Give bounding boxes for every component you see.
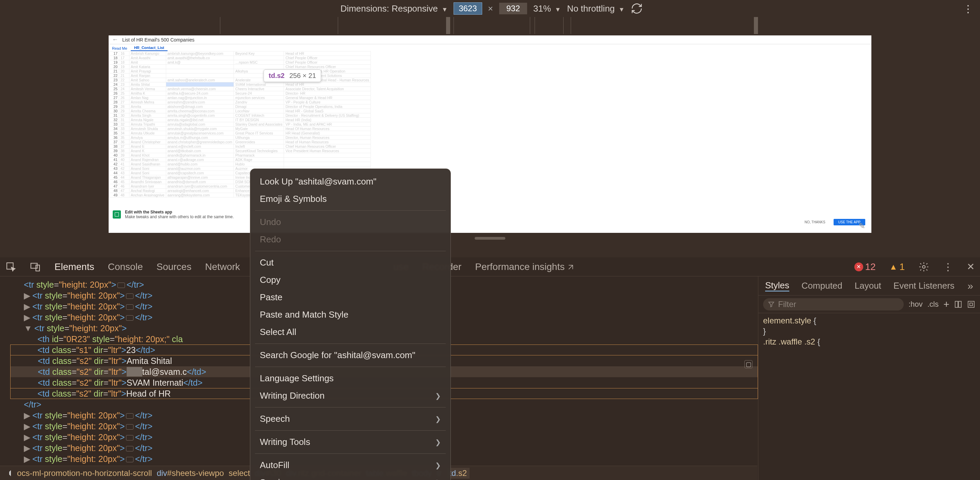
svg-point-3 xyxy=(923,265,925,268)
table-row[interactable]: 3534Amruta Utkudeamrutak@greatplacenserv… xyxy=(109,131,371,135)
table-row[interactable]: 2423Amita ShitalSVAM InternationalHead o… xyxy=(109,83,371,87)
table-row[interactable]: 3029Amrita Cheemaamrita.cheema@loconav.c… xyxy=(109,109,371,113)
no-thanks-button[interactable]: NO, THANKS xyxy=(800,219,830,226)
table-row[interactable]: 3635Amulyaamulya.m@ulthunga.comUlthungaD… xyxy=(109,135,371,140)
tab-hr-contact-list[interactable]: HR_Contact_List xyxy=(131,45,168,51)
table-row[interactable]: 2322Amit Sahooamit.sahoo@aneleratech.com… xyxy=(109,78,371,83)
tab-sources[interactable]: Sources xyxy=(156,261,191,272)
table-row[interactable]: 2726Amlan Nagamlan.nag@mjunction.inmjunc… xyxy=(109,96,371,100)
edit-pencil-icon[interactable]: ✎ xyxy=(858,221,865,231)
open-in-new-icon[interactable]: ▢ xyxy=(745,360,752,368)
table-row[interactable]: 3433Amrutesh Shuklaamrutesh.shukla@mygat… xyxy=(109,127,371,131)
table-row[interactable]: 3837Anand Eanand.e@incleft.comIncleftChi… xyxy=(109,144,371,149)
ctx-copy[interactable]: Copy xyxy=(250,271,450,289)
svg-rect-5 xyxy=(959,301,961,307)
table-row[interactable]: 4241Anand Sasidharananand@hublo.comHublo xyxy=(109,162,371,167)
table-row[interactable]: 1918Amitamit.k@…npson MSCChief People Of… xyxy=(109,60,371,65)
ctx-select-all[interactable]: Select All xyxy=(250,323,450,341)
table-row[interactable]: 3231Amruta Nigaleamruta.nigale@ibd.netIT… xyxy=(109,118,371,122)
styles-tab-layout[interactable]: Layout xyxy=(855,281,881,291)
ctx-autofill[interactable]: AutoFill❯ xyxy=(250,456,450,474)
breadcrumb-item[interactable]: ocs-ml-promotion-no-horizontal-scroll xyxy=(17,469,152,478)
computed-panel-icon[interactable] xyxy=(954,300,962,308)
sheets-app-promo: Edit with the Sheets app Make tweaks and… xyxy=(113,210,234,219)
device-bar-kebab-icon[interactable]: ⋮ xyxy=(963,3,973,14)
table-row[interactable]: 3332Amruta Tripathiamruta@sdaglobal.comS… xyxy=(109,122,371,127)
ctx-redo: Redo xyxy=(250,231,450,248)
new-rule-plus-icon[interactable]: + xyxy=(943,299,949,310)
drawer-resize-handle[interactable] xyxy=(475,237,505,240)
ctx-services[interactable]: Services❯ xyxy=(250,474,450,480)
height-input[interactable] xyxy=(499,3,527,14)
tab-performance-insights[interactable]: Performance insights xyxy=(475,261,574,272)
table-row[interactable]: 2625Amitha Kamitha.k@secure-24.comSecure… xyxy=(109,91,371,96)
ctx-writing-direction[interactable]: Writing Direction❯ xyxy=(250,387,450,404)
context-menu: Look Up "ashital@svam.com" Emoji & Symbo… xyxy=(250,168,451,480)
table-row[interactable]: 3938Anand Kanand@itkobain.comSecureKloud… xyxy=(109,149,371,153)
table-row[interactable]: 1817Amit Avasthiamit.avasthi@thehrbulb.c… xyxy=(109,56,371,60)
table-row[interactable]: 2524Amitesh Vermaamitesh.verma@cheersin.… xyxy=(109,87,371,91)
styles-tab-event-listeners[interactable]: Event Listeners xyxy=(894,281,955,291)
tab-console[interactable]: Console xyxy=(108,261,143,272)
styles-pane: Styles Computed Layout Event Listeners »… xyxy=(758,277,980,480)
table-row[interactable]: 3130Amrita Singhamrita.singh@cogentinfo.… xyxy=(109,113,371,118)
table-row[interactable]: 1716Ambrish Kanungoambrish.kanungo@beyon… xyxy=(109,51,371,56)
svg-rect-1 xyxy=(31,263,37,268)
devtools-tab-bar: Elements Console Sources Network use Rec… xyxy=(0,257,980,277)
styles-filter-input[interactable]: Filter xyxy=(763,298,904,310)
ctx-speech[interactable]: Speech❯ xyxy=(250,410,450,428)
ctx-undo: Undo xyxy=(250,213,450,231)
table-row[interactable]: 2019Amit KatariaChief Human Resources Of… xyxy=(109,65,371,69)
table-row[interactable]: 2221Amit RanjanAssociate Director- Talen… xyxy=(109,73,371,78)
inspect-icon[interactable] xyxy=(5,261,16,272)
screencast-viewport[interactable]: ← List of HR Email's 500 Companies Read … xyxy=(109,35,871,233)
ctx-writing-tools[interactable]: Writing Tools❯ xyxy=(250,433,450,451)
zoom-dropdown[interactable]: 31% ▼ xyxy=(533,3,561,14)
ctx-language-settings[interactable]: Language Settings xyxy=(250,370,450,387)
devtools-close-icon[interactable]: ✕ xyxy=(967,261,975,272)
svg-rect-4 xyxy=(955,301,958,307)
error-count[interactable]: ✕12 xyxy=(854,261,876,272)
tab-network[interactable]: Network xyxy=(205,261,240,272)
dimensions-dropdown[interactable]: Dimensions: Responsive ▼ xyxy=(340,3,448,14)
spreadsheet-grid[interactable]: 1716Ambrish Kanungoambrish.kanungo@beyon… xyxy=(109,51,871,197)
svg-rect-6 xyxy=(968,301,974,307)
table-row[interactable]: 2120Amit PrayagiAlkshyaHead Of Recruitme… xyxy=(109,69,371,73)
styles-tabs-more-icon[interactable]: » xyxy=(967,280,973,292)
devtools-kebab-icon[interactable]: ⋮ xyxy=(943,261,953,273)
breadcrumb-item[interactable]: div#sheets-viewpo xyxy=(157,469,224,478)
element-hover-tooltip: td.s2 256 × 21 xyxy=(264,70,321,82)
cls-toggle[interactable]: .cls xyxy=(927,300,939,309)
styles-tab-computed[interactable]: Computed xyxy=(802,281,842,291)
sheet-tabs: Read Me HR_Contact_List xyxy=(109,44,871,51)
tab-elements[interactable]: Elements xyxy=(54,261,94,272)
table-row[interactable]: 4140Anand Rajendrananand.r@adkrage.comAD… xyxy=(109,157,371,162)
media-query-ruler xyxy=(0,17,980,34)
dimension-x: × xyxy=(488,3,493,14)
tab-read-me[interactable]: Read Me xyxy=(109,46,131,51)
crumb-scroll-left-icon[interactable] xyxy=(5,470,11,476)
ctx-emoji[interactable]: Emoji & Symbols xyxy=(250,190,450,208)
ctx-paste-match[interactable]: Paste and Match Style xyxy=(250,306,450,323)
breadcrumb-item[interactable]: select xyxy=(229,469,250,478)
ctx-look-up[interactable]: Look Up "ashital@svam.com" xyxy=(250,173,450,190)
styles-tab-styles[interactable]: Styles xyxy=(765,280,789,291)
width-input[interactable] xyxy=(454,3,482,14)
ctx-search-google[interactable]: Search Google for "ashital@svam.com" xyxy=(250,346,450,364)
table-row[interactable]: 3736Anand Christopheranand.christopher@g… xyxy=(109,140,371,144)
rotate-icon[interactable] xyxy=(631,2,643,14)
device-toggle-icon[interactable] xyxy=(30,261,41,272)
warning-count[interactable]: ▲1 xyxy=(889,261,905,272)
settings-gear-icon[interactable] xyxy=(918,261,929,272)
throttling-dropdown[interactable]: No throttling ▼ xyxy=(567,3,625,14)
ctx-paste[interactable]: Paste xyxy=(250,289,450,306)
overflow-dots-icon[interactable]: ⋯ xyxy=(0,363,0,374)
table-row[interactable]: 4039Anand Khotanandk@pharmarack.inPharma… xyxy=(109,153,371,157)
svg-rect-7 xyxy=(970,303,972,306)
hov-toggle[interactable]: :hov xyxy=(908,300,923,309)
ctx-cut[interactable]: Cut xyxy=(250,254,450,271)
table-row[interactable]: 2928Amritaakishore@dimagi.comDimagiDirec… xyxy=(109,105,371,109)
back-arrow-icon[interactable]: ← xyxy=(112,36,118,43)
box-model-icon[interactable] xyxy=(967,300,975,308)
table-row[interactable]: 2827Amresh Mehraamreshm@zendriv.comZendr… xyxy=(109,100,371,105)
